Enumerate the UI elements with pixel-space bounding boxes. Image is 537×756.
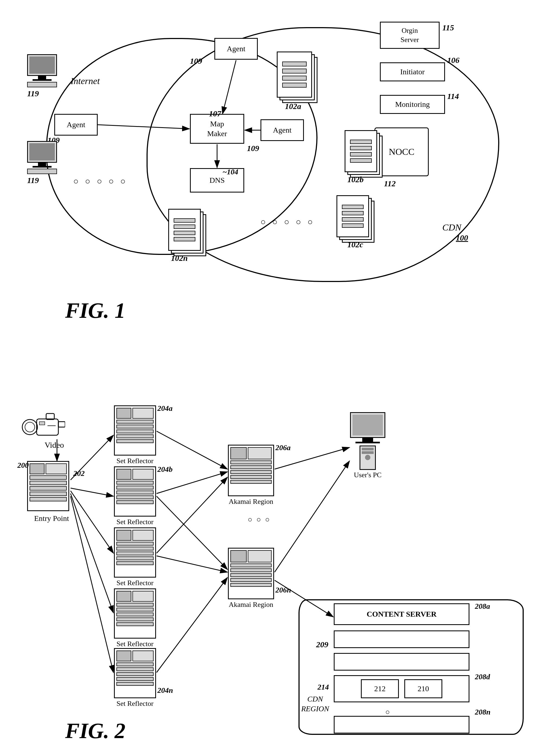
label-208d: 208d xyxy=(475,672,490,681)
akamai-206a-num: 206a xyxy=(275,443,291,452)
dots-akamai: ○○○ xyxy=(246,515,271,526)
client-computer-top: 119 xyxy=(27,54,57,87)
sr-204n-num: 204n xyxy=(157,686,173,695)
server-stack-102c: 102c xyxy=(337,195,352,205)
sr-204b-label: Set Reflector xyxy=(114,518,156,526)
fig1-diagram: Internet CDN 100 Orgin Server 115 Initia… xyxy=(11,11,526,358)
box-212-label: 212 xyxy=(374,684,386,693)
server-stack-102n: 102n xyxy=(168,209,185,218)
sr-204a-label: Set Reflector xyxy=(114,457,156,465)
dns-num: ~104 xyxy=(223,168,238,176)
content-server-label: CONTENT SERVER xyxy=(367,610,436,619)
akamai-206n-num: 206n xyxy=(275,586,291,594)
agent-top-label: Agent xyxy=(227,45,245,53)
svg-line-20 xyxy=(156,472,227,494)
fig2-diagram: Video Entry Point 200 xyxy=(11,363,526,748)
svg-line-17 xyxy=(70,494,113,613)
cdn-number: 100 xyxy=(456,233,468,243)
agent-left-box: Agent xyxy=(54,114,98,135)
agent-top-num: 109 xyxy=(190,57,202,66)
set-reflector-204b: 204b Set Reflector xyxy=(114,467,156,525)
svg-rect-10 xyxy=(39,422,45,425)
map-maker-num: 107 xyxy=(209,109,221,118)
sr-3-label: Set Reflector xyxy=(114,579,156,587)
entry-point-server: Entry Point 200 xyxy=(27,461,70,521)
dots-internet: ○ ○ ○ ○ ○ xyxy=(73,176,128,186)
server-stack-102b: 102b xyxy=(345,130,361,139)
server-stack-102a: 102a xyxy=(277,52,293,61)
label-209: 209 xyxy=(316,640,328,649)
box-210-label: 210 xyxy=(418,684,429,693)
content-server-box: CONTENT SERVER xyxy=(334,603,470,625)
cdn-label: CDN xyxy=(442,222,461,233)
akamai-206a-label: Akamai Region xyxy=(228,498,274,506)
initiator-num: 106 xyxy=(447,56,459,65)
akamai-region-206n: 206n Akamai Region xyxy=(228,548,274,607)
svg-line-23 xyxy=(156,556,227,572)
monitoring-box: Monitoring xyxy=(380,95,445,114)
server-102c-label: 102c xyxy=(347,240,363,249)
client119b-label: 119 xyxy=(27,176,39,185)
content-server-num: 208a xyxy=(475,602,490,611)
agent-top-box: 109 Agent xyxy=(214,38,258,60)
box-210: 210 xyxy=(404,679,442,698)
bottom-complex-box: 212 210 xyxy=(334,675,470,702)
label-214: 214 xyxy=(317,683,329,692)
agent-right-box: Agent xyxy=(261,119,304,141)
box-212: 212 xyxy=(361,679,399,698)
users-pc: User's PC xyxy=(350,412,385,479)
akamai-region-206a: 206a Akamai Region xyxy=(228,445,274,504)
server-102b-label: 102b xyxy=(347,175,364,184)
set-reflector-4: Set Reflector xyxy=(114,588,156,647)
set-reflector-204n: 204n Set Reflector xyxy=(114,648,156,706)
svg-rect-9 xyxy=(58,422,65,427)
svg-line-24 xyxy=(156,578,227,672)
entry-num-label: 200 xyxy=(18,461,29,470)
svg-line-22 xyxy=(156,477,227,553)
page: Internet CDN 100 Orgin Server 115 Initia… xyxy=(0,0,537,756)
dots-cdn: ○ ○ ○ ○ ○ xyxy=(261,217,315,227)
map-maker-box: Map Maker xyxy=(190,114,244,144)
origin-server-box: Orgin Server xyxy=(380,22,439,49)
svg-line-21 xyxy=(156,496,227,569)
label-208n: 208n xyxy=(475,708,491,716)
client119a-label: 119 xyxy=(27,89,39,98)
svg-line-16 xyxy=(70,491,113,553)
video-label: Video xyxy=(32,440,76,450)
agent-left-label: Agent xyxy=(67,120,85,129)
nocc-box: NOCC xyxy=(374,128,429,176)
akamai-206n-label: Akamai Region xyxy=(228,601,274,609)
set-reflector-204a: 204a Set Reflector xyxy=(114,405,156,464)
svg-line-19 xyxy=(156,431,227,469)
server-102n-label: 102n xyxy=(171,253,188,263)
sr-204a-num: 204a xyxy=(157,404,173,413)
initiator-label: Initiator xyxy=(400,67,425,76)
map-maker-label: Map Maker xyxy=(207,119,227,139)
storage-box-1 xyxy=(334,630,470,648)
video-camera-icon: Video xyxy=(22,412,65,452)
cdn-region-label: CDN REGION xyxy=(301,694,329,714)
svg-point-5 xyxy=(22,420,37,435)
svg-line-15 xyxy=(70,488,113,496)
server-102a-label: 102a xyxy=(285,102,301,111)
bottom-row-box xyxy=(334,716,470,734)
sr-4-label: Set Reflector xyxy=(114,640,156,648)
monitoring-label: Monitoring xyxy=(395,100,430,109)
sr-204b-num: 204b xyxy=(157,465,173,474)
internet-label: Internet xyxy=(70,76,100,86)
storage-box-2 xyxy=(334,653,470,670)
origin-num: 115 xyxy=(442,23,454,32)
svg-rect-7 xyxy=(37,419,58,435)
initiator-box: Initiator xyxy=(380,62,445,81)
agent-right-num: 109 xyxy=(247,144,259,153)
nocc-label: NOCC xyxy=(389,147,414,157)
fig2-title: FIG. 2 xyxy=(65,719,125,743)
svg-line-26 xyxy=(274,461,350,572)
set-reflector-3: Set Reflector xyxy=(114,527,156,586)
fig1-title: FIG. 1 xyxy=(65,298,125,323)
agent-right-label: Agent xyxy=(273,126,291,134)
monitoring-num: 114 xyxy=(447,92,459,101)
dns-label: DNS xyxy=(210,176,225,185)
client-computer-bottom: 119 xyxy=(27,141,57,174)
origin-server-label: Orgin Server xyxy=(400,26,419,45)
